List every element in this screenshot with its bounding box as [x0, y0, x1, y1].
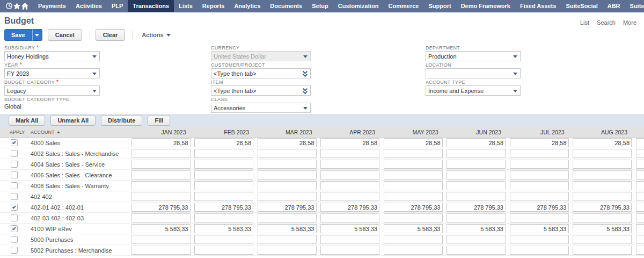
month-value-input[interactable]	[447, 235, 506, 244]
month-value-input[interactable]	[258, 149, 317, 158]
month-value-input[interactable]	[384, 160, 443, 169]
item-typeahead-input[interactable]: <Type then tab>	[211, 85, 311, 96]
month-value-input[interactable]	[573, 170, 632, 180]
apply-checkbox[interactable]	[11, 236, 18, 243]
apply-checkbox[interactable]	[11, 161, 18, 168]
account-column-header[interactable]: ACCOUNT	[31, 130, 127, 135]
month-value-input[interactable]	[636, 149, 644, 158]
nav-item-setup[interactable]: Setup	[307, 0, 333, 12]
month-value-input[interactable]	[194, 224, 253, 233]
customer-project-typeahead-input[interactable]: <Type then tab>	[211, 68, 311, 78]
month-value-input[interactable]	[194, 246, 253, 255]
month-value-input[interactable]	[636, 235, 644, 244]
month-value-input[interactable]	[131, 170, 191, 180]
apply-checkbox[interactable]	[11, 247, 18, 254]
month-value-input[interactable]	[510, 203, 569, 212]
month-value-input[interactable]	[573, 192, 632, 201]
nav-item-analytics[interactable]: Analytics	[229, 0, 265, 12]
fill-button[interactable]: Fill	[148, 116, 170, 126]
nav-item-plp[interactable]: PLP	[107, 0, 128, 12]
month-value-input[interactable]	[510, 224, 569, 233]
budget-category-select[interactable]: Legacy	[4, 85, 100, 96]
month-value-input[interactable]	[320, 192, 379, 201]
month-value-input[interactable]	[573, 224, 632, 233]
month-value-input[interactable]	[320, 246, 379, 255]
year-select[interactable]: FY 2023	[4, 68, 100, 78]
nav-item-reports[interactable]: Reports	[197, 0, 230, 12]
home-icon[interactable]	[21, 0, 29, 12]
month-value-input[interactable]	[258, 181, 317, 190]
month-value-input[interactable]	[258, 192, 317, 201]
month-value-input[interactable]	[320, 224, 379, 233]
month-value-input[interactable]	[510, 170, 569, 180]
month-value-input[interactable]	[320, 149, 379, 158]
month-value-input[interactable]	[131, 224, 191, 233]
month-value-input[interactable]	[510, 160, 569, 169]
month-value-input[interactable]	[258, 203, 317, 212]
month-value-input[interactable]	[447, 224, 506, 233]
month-value-input[interactable]	[447, 213, 506, 223]
month-header-apr-2023[interactable]: APR 2023	[317, 129, 380, 135]
month-value-input[interactable]	[573, 138, 632, 147]
save-button[interactable]: Save	[4, 29, 32, 41]
shortcuts-icon[interactable]	[13, 0, 21, 12]
month-value-input[interactable]	[194, 138, 253, 147]
mark-all-button[interactable]: Mark All	[9, 116, 45, 126]
month-value-input[interactable]	[320, 138, 379, 147]
apply-checkbox[interactable]	[11, 214, 18, 221]
month-value-input[interactable]	[573, 149, 632, 158]
actions-menu[interactable]: Actions	[142, 32, 170, 38]
nav-item-customization[interactable]: Customization	[333, 0, 384, 12]
month-value-input[interactable]	[636, 213, 644, 223]
month-value-input[interactable]	[573, 160, 632, 169]
month-value-input[interactable]	[258, 213, 317, 223]
month-value-input[interactable]	[510, 192, 569, 201]
month-value-input[interactable]	[384, 246, 443, 255]
month-header-mar-2023[interactable]: MAR 2023	[253, 129, 317, 135]
nav-item-suiteapps[interactable]: SuiteApps	[625, 0, 644, 12]
apply-checkbox[interactable]: ✔	[11, 204, 18, 211]
nav-item-documents[interactable]: Documents	[265, 0, 307, 12]
month-header-aug-2023[interactable]: AUG 2023	[569, 129, 632, 135]
month-value-input[interactable]	[384, 192, 443, 201]
month-value-input[interactable]	[131, 149, 191, 158]
month-value-input[interactable]	[384, 203, 443, 212]
month-value-input[interactable]	[510, 138, 569, 147]
cancel-button[interactable]: Cancel	[48, 29, 82, 41]
unmark-all-button[interactable]: Unmark All	[50, 116, 96, 126]
month-value-input[interactable]	[384, 170, 443, 180]
month-value-input[interactable]	[447, 246, 506, 255]
month-header-may-2023[interactable]: MAY 2023	[379, 129, 443, 135]
apply-checkbox[interactable]	[11, 171, 18, 178]
month-value-input[interactable]	[131, 213, 191, 223]
month-value-input[interactable]	[384, 224, 443, 233]
month-value-input[interactable]	[320, 181, 379, 190]
nav-item-activities[interactable]: Activities	[71, 0, 107, 12]
month-header-feb-2023[interactable]: FEB 2023	[191, 129, 254, 135]
header-link-list[interactable]: List	[580, 19, 589, 26]
month-value-input[interactable]	[447, 149, 506, 158]
month-header-jul-2023[interactable]: JUL 2023	[506, 129, 569, 135]
month-value-input[interactable]	[636, 246, 644, 255]
month-value-input[interactable]	[573, 246, 632, 255]
double-chevron-down-icon[interactable]	[302, 88, 308, 95]
month-value-input[interactable]	[384, 149, 443, 158]
month-value-input[interactable]	[194, 181, 253, 190]
month-value-input[interactable]	[636, 224, 644, 233]
nav-item-fixed-assets[interactable]: Fixed Assets	[515, 0, 561, 12]
month-value-input[interactable]	[194, 160, 253, 169]
month-value-input[interactable]	[573, 203, 632, 212]
month-value-input[interactable]	[131, 181, 191, 190]
month-value-input[interactable]	[447, 192, 506, 201]
month-value-input[interactable]	[573, 181, 632, 190]
month-value-input[interactable]	[131, 160, 191, 169]
month-value-input[interactable]	[384, 138, 443, 147]
nav-item-suitesocial[interactable]: SuiteSocial	[561, 0, 602, 12]
nav-item-demo-framework[interactable]: Demo Framework	[456, 0, 515, 12]
header-link-search[interactable]: Search	[597, 19, 616, 26]
month-value-input[interactable]	[194, 149, 253, 158]
double-chevron-down-icon[interactable]	[302, 70, 308, 77]
month-value-input[interactable]	[447, 181, 506, 190]
apply-checkbox[interactable]	[11, 150, 18, 157]
month-value-input[interactable]	[636, 138, 644, 147]
